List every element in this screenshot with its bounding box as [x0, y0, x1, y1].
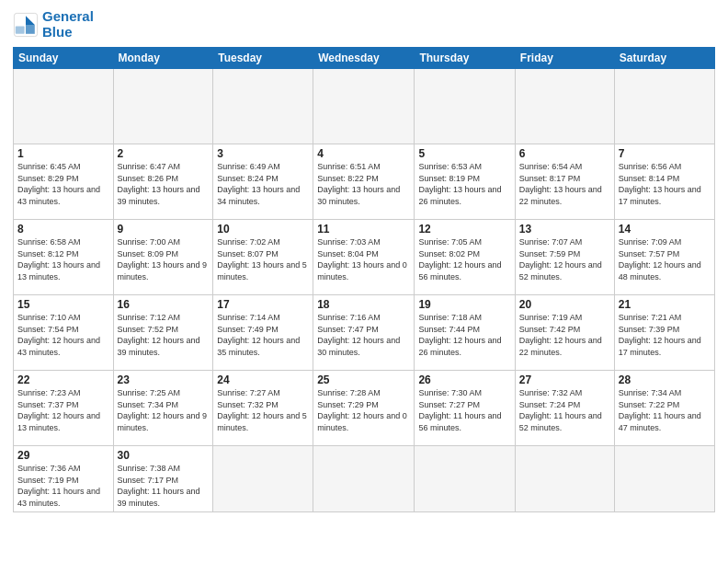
calendar-cell: 26 Sunrise: 7:30 AMSunset: 7:27 PMDaylig…: [415, 371, 515, 446]
calendar-cell: 8 Sunrise: 6:58 AMSunset: 8:12 PMDayligh…: [14, 220, 114, 295]
col-saturday: Saturday: [614, 48, 714, 69]
calendar-cell: [313, 69, 415, 144]
calendar-cell: [113, 69, 213, 144]
calendar-cell: [313, 446, 415, 512]
calendar-cell: 2 Sunrise: 6:47 AMSunset: 8:26 PMDayligh…: [113, 144, 213, 220]
day-info: Sunrise: 7:25 AMSunset: 7:34 PMDaylight:…: [118, 387, 210, 433]
day-number: 9: [118, 223, 210, 236]
calendar-cell: 3 Sunrise: 6:49 AMSunset: 8:24 PMDayligh…: [213, 144, 313, 220]
day-number: 21: [619, 298, 711, 311]
col-monday: Monday: [113, 48, 213, 69]
calendar-table: Sunday Monday Tuesday Wednesday Thursday…: [13, 47, 715, 512]
day-number: 8: [17, 223, 109, 236]
day-number: 29: [17, 449, 109, 462]
day-info: Sunrise: 7:03 AMSunset: 8:04 PMDaylight:…: [317, 236, 410, 282]
calendar-cell: 4 Sunrise: 6:51 AMSunset: 8:22 PMDayligh…: [313, 144, 415, 220]
calendar-cell: 24 Sunrise: 7:27 AMSunset: 7:32 PMDaylig…: [213, 371, 313, 446]
logo: General Blue: [13, 9, 94, 40]
day-number: 24: [217, 373, 309, 386]
calendar-cell: 19 Sunrise: 7:18 AMSunset: 7:44 PMDaylig…: [415, 295, 515, 371]
calendar-cell: [213, 69, 313, 144]
day-info: Sunrise: 7:34 AMSunset: 7:22 PMDaylight:…: [619, 387, 711, 433]
calendar-cell: [415, 69, 515, 144]
calendar-cell: 25 Sunrise: 7:28 AMSunset: 7:29 PMDaylig…: [313, 371, 415, 446]
calendar-cell: [614, 446, 714, 512]
calendar-cell: 20 Sunrise: 7:19 AMSunset: 7:42 PMDaylig…: [515, 295, 614, 371]
day-info: Sunrise: 7:30 AMSunset: 7:27 PMDaylight:…: [418, 387, 510, 433]
day-info: Sunrise: 7:32 AMSunset: 7:24 PMDaylight:…: [519, 387, 610, 433]
calendar-cell: 21 Sunrise: 7:21 AMSunset: 7:39 PMDaylig…: [614, 295, 714, 371]
calendar-cell: [515, 69, 614, 144]
svg-marker-2: [26, 25, 35, 34]
day-info: Sunrise: 7:14 AMSunset: 7:49 PMDaylight:…: [217, 312, 309, 358]
day-number: 10: [217, 223, 309, 236]
calendar-cell: [14, 69, 114, 144]
calendar-cell: 10 Sunrise: 7:02 AMSunset: 8:07 PMDaylig…: [213, 220, 313, 295]
day-info: Sunrise: 7:38 AMSunset: 7:17 PMDaylight:…: [118, 463, 210, 509]
day-number: 18: [317, 298, 410, 311]
calendar-cell: [515, 446, 614, 512]
day-number: 28: [619, 373, 711, 386]
calendar-cell: 17 Sunrise: 7:14 AMSunset: 7:49 PMDaylig…: [213, 295, 313, 371]
day-number: 13: [519, 223, 610, 236]
day-info: Sunrise: 7:23 AMSunset: 7:37 PMDaylight:…: [17, 387, 109, 433]
calendar-cell: 6 Sunrise: 6:54 AMSunset: 8:17 PMDayligh…: [515, 144, 614, 220]
calendar-cell: 14 Sunrise: 7:09 AMSunset: 7:57 PMDaylig…: [614, 220, 714, 295]
day-number: 15: [17, 298, 109, 311]
logo-icon: [13, 12, 39, 38]
calendar-cell: 29 Sunrise: 7:36 AMSunset: 7:19 PMDaylig…: [14, 446, 114, 512]
day-info: Sunrise: 7:00 AMSunset: 8:09 PMDaylight:…: [118, 236, 210, 282]
day-info: Sunrise: 6:49 AMSunset: 8:24 PMDaylight:…: [217, 161, 309, 207]
day-info: Sunrise: 7:21 AMSunset: 7:39 PMDaylight:…: [619, 312, 711, 358]
day-info: Sunrise: 7:16 AMSunset: 7:47 PMDaylight:…: [317, 312, 410, 358]
day-info: Sunrise: 6:53 AMSunset: 8:19 PMDaylight:…: [418, 161, 510, 207]
day-info: Sunrise: 7:09 AMSunset: 7:57 PMDaylight:…: [619, 236, 711, 282]
calendar-cell: 28 Sunrise: 7:34 AMSunset: 7:22 PMDaylig…: [614, 371, 714, 446]
col-sunday: Sunday: [14, 48, 114, 69]
calendar-cell: [415, 446, 515, 512]
calendar-cell: 11 Sunrise: 7:03 AMSunset: 8:04 PMDaylig…: [313, 220, 415, 295]
day-info: Sunrise: 6:45 AMSunset: 8:29 PMDaylight:…: [17, 161, 109, 207]
day-info: Sunrise: 7:19 AMSunset: 7:42 PMDaylight:…: [519, 312, 610, 358]
day-number: 20: [519, 298, 610, 311]
calendar-cell: 27 Sunrise: 7:32 AMSunset: 7:24 PMDaylig…: [515, 371, 614, 446]
day-number: 16: [118, 298, 210, 311]
day-info: Sunrise: 7:28 AMSunset: 7:29 PMDaylight:…: [317, 387, 410, 433]
day-number: 30: [118, 449, 210, 462]
calendar-header-row: Sunday Monday Tuesday Wednesday Thursday…: [14, 48, 715, 69]
day-info: Sunrise: 6:56 AMSunset: 8:14 PMDaylight:…: [619, 161, 711, 207]
day-number: 17: [217, 298, 309, 311]
day-info: Sunrise: 7:27 AMSunset: 7:32 PMDaylight:…: [217, 387, 309, 433]
day-info: Sunrise: 6:58 AMSunset: 8:12 PMDaylight:…: [17, 236, 109, 282]
day-number: 14: [619, 223, 711, 236]
day-info: Sunrise: 7:18 AMSunset: 7:44 PMDaylight:…: [418, 312, 510, 358]
calendar-cell: 23 Sunrise: 7:25 AMSunset: 7:34 PMDaylig…: [113, 371, 213, 446]
day-number: 23: [118, 373, 210, 386]
logo-text: General Blue: [42, 9, 94, 40]
calendar-cell: 18 Sunrise: 7:16 AMSunset: 7:47 PMDaylig…: [313, 295, 415, 371]
day-number: 12: [418, 223, 510, 236]
col-wednesday: Wednesday: [313, 48, 415, 69]
svg-rect-3: [16, 26, 25, 33]
day-number: 27: [519, 373, 610, 386]
day-number: 6: [519, 147, 610, 160]
page: General Blue Sunday Monday Tuesday Wedne…: [0, 0, 728, 563]
day-info: Sunrise: 7:07 AMSunset: 7:59 PMDaylight:…: [519, 236, 610, 282]
calendar-cell: 5 Sunrise: 6:53 AMSunset: 8:19 PMDayligh…: [415, 144, 515, 220]
day-number: 25: [317, 373, 410, 386]
calendar-cell: 12 Sunrise: 7:05 AMSunset: 8:02 PMDaylig…: [415, 220, 515, 295]
calendar-cell: [614, 69, 714, 144]
day-number: 22: [17, 373, 109, 386]
day-number: 26: [418, 373, 510, 386]
day-number: 5: [418, 147, 510, 160]
day-info: Sunrise: 7:02 AMSunset: 8:07 PMDaylight:…: [217, 236, 309, 282]
calendar-cell: 1 Sunrise: 6:45 AMSunset: 8:29 PMDayligh…: [14, 144, 114, 220]
day-info: Sunrise: 7:05 AMSunset: 8:02 PMDaylight:…: [418, 236, 510, 282]
day-number: 19: [418, 298, 510, 311]
day-info: Sunrise: 7:36 AMSunset: 7:19 PMDaylight:…: [17, 463, 109, 509]
day-number: 4: [317, 147, 410, 160]
calendar-cell: 7 Sunrise: 6:56 AMSunset: 8:14 PMDayligh…: [614, 144, 714, 220]
day-number: 7: [619, 147, 711, 160]
calendar-cell: 30 Sunrise: 7:38 AMSunset: 7:17 PMDaylig…: [113, 446, 213, 512]
col-thursday: Thursday: [415, 48, 515, 69]
